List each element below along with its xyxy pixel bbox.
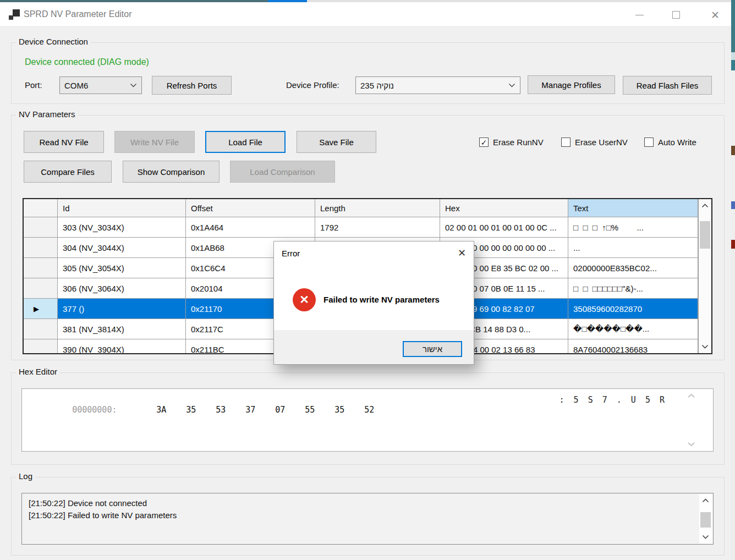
- log-lines: [21:50:22] Device not connected [21:50:2…: [22, 493, 713, 525]
- read-flash-files-button[interactable]: Read Flash Files: [623, 76, 712, 95]
- row-header-cell[interactable]: [24, 217, 58, 238]
- erase-usernv-checkbox[interactable]: Erase UserNV: [561, 138, 628, 147]
- cell-text[interactable]: 350859600282870: [568, 299, 698, 319]
- hex-ascii: : 5 S 7 . U 5 R: [560, 395, 667, 405]
- edge-fragment: [731, 209, 735, 240]
- maximize-button[interactable]: [667, 7, 685, 23]
- cell-text[interactable]: �□����□��...: [568, 319, 698, 339]
- checkbox-box[interactable]: ✓: [479, 138, 489, 147]
- edge-fragment: [731, 70, 735, 146]
- cell-hex[interactable]: 02 00 01 00 01 00 01 00 0C ...: [440, 217, 568, 238]
- cell-text[interactable]: 02000000E835BC02...: [568, 258, 698, 278]
- auto-write-checkbox[interactable]: Auto Write: [644, 138, 696, 147]
- scroll-up-icon[interactable]: [699, 494, 712, 507]
- log-panel: [21:50:22] Device not connected [21:50:2…: [21, 493, 714, 545]
- chevron-down-icon: [130, 83, 137, 87]
- dialog-close-icon[interactable]: ✕: [458, 247, 466, 259]
- table-header-row: Id Offset Length Hex Text: [24, 199, 698, 217]
- hex-editor-label: Hex Editor: [16, 367, 60, 376]
- window-title: SPRD NV Parameter Editor: [24, 9, 132, 19]
- row-header-cell[interactable]: [24, 339, 58, 354]
- column-header-id[interactable]: Id: [58, 199, 186, 217]
- error-icon: ✕: [293, 288, 316, 311]
- manage-profiles-button[interactable]: Manage Profiles: [528, 75, 615, 94]
- table-row[interactable]: 303 (NV_3034X) 0x1A464 1792 02 00 01 00 …: [24, 217, 698, 238]
- edge-fragment: [731, 0, 735, 52]
- erase-runnv-label: Erase RunNV: [493, 138, 544, 147]
- hex-byte: 55: [305, 405, 334, 415]
- close-button[interactable]: ✕: [706, 7, 725, 23]
- cell-id[interactable]: 381 (NV_3814X): [58, 319, 186, 339]
- cell-text[interactable]: ...: [568, 238, 698, 258]
- column-header-hex[interactable]: Hex: [440, 199, 568, 217]
- cell-offset[interactable]: 0x1A464: [186, 217, 315, 238]
- chevron-down-icon: [508, 83, 515, 87]
- log-line: [21:50:22] Failed to write NV parameters: [29, 510, 177, 520]
- erase-usernv-label: Erase UserNV: [575, 138, 628, 147]
- column-header-length[interactable]: Length: [315, 199, 440, 217]
- hex-byte: 35: [334, 405, 364, 415]
- row-header-cell[interactable]: [24, 278, 58, 299]
- row-header-cell[interactable]: [24, 319, 58, 339]
- scroll-down-icon[interactable]: [687, 442, 695, 447]
- scroll-down-icon[interactable]: [699, 530, 712, 543]
- hex-byte: 52: [364, 405, 394, 415]
- write-nv-file-button: Write NV File: [114, 131, 195, 153]
- hex-line: 00000000:3A35533707553552: [42, 395, 394, 425]
- edge-fragment: [731, 146, 735, 155]
- scrollbar-thumb[interactable]: [700, 512, 711, 528]
- port-label: Port:: [25, 80, 42, 90]
- cell-text[interactable]: 8A76040002136683: [568, 339, 698, 354]
- minimize-icon: [635, 15, 644, 15]
- checkbox-box[interactable]: [561, 138, 571, 147]
- refresh-ports-button[interactable]: Refresh Ports: [152, 76, 232, 95]
- device-connection-label: Device Connection: [16, 37, 91, 46]
- cell-text[interactable]: □ □ □ ↑□% ...: [568, 217, 698, 238]
- cell-id[interactable]: 303 (NV_3034X): [58, 217, 186, 238]
- edge-fragment: [731, 155, 735, 201]
- hex-byte: 53: [216, 405, 245, 415]
- row-header-cell[interactable]: [24, 238, 58, 258]
- error-dialog-title: Error: [282, 249, 300, 258]
- scroll-down-icon[interactable]: [699, 340, 711, 353]
- log-line: [21:50:22] Device not connected: [29, 498, 147, 508]
- hex-editor-group: Hex Editor 00000000:3A35533707553552 : 5…: [11, 372, 725, 465]
- current-row-indicator-icon: ▶: [34, 305, 39, 313]
- column-header-offset[interactable]: Offset: [186, 199, 315, 217]
- cell-id[interactable]: 377 (): [58, 299, 186, 319]
- save-file-button[interactable]: Save File: [297, 131, 376, 153]
- scrollbar-thumb[interactable]: [700, 221, 710, 249]
- row-header-corner: [24, 199, 58, 217]
- desktop-edge-strip: [731, 0, 735, 560]
- cell-id[interactable]: 390 (NV_3904X): [58, 339, 186, 354]
- show-comparison-button[interactable]: Show Comparison: [123, 161, 220, 183]
- scroll-up-icon[interactable]: [687, 393, 695, 398]
- error-message: Failed to write NV parameters: [323, 295, 440, 304]
- cell-id[interactable]: 305 (NV_3054X): [58, 258, 186, 278]
- device-profile-combobox[interactable]: נוקיה 235: [355, 76, 520, 94]
- column-header-text[interactable]: Text: [568, 199, 698, 217]
- read-nv-file-button[interactable]: Read NV File: [24, 131, 104, 153]
- hex-editor-panel[interactable]: 00000000:3A35533707553552 : 5 S 7 . U 5 …: [21, 388, 714, 452]
- log-vertical-scrollbar[interactable]: [699, 494, 712, 543]
- titlebar: SPRD NV Parameter Editor ✕: [0, 2, 735, 26]
- port-combobox[interactable]: COM6: [59, 76, 142, 94]
- row-header-cell[interactable]: [24, 258, 58, 278]
- log-label: Log: [16, 471, 35, 481]
- minimize-button[interactable]: [630, 7, 649, 23]
- cell-id[interactable]: 306 (NV_3064X): [58, 278, 186, 299]
- compare-files-button[interactable]: Compare Files: [24, 161, 112, 183]
- table-vertical-scrollbar[interactable]: [698, 199, 711, 353]
- cell-id[interactable]: 304 (NV_3044X): [58, 238, 186, 258]
- checkbox-box[interactable]: [644, 138, 654, 147]
- erase-runnv-checkbox[interactable]: ✓ Erase RunNV: [479, 138, 544, 147]
- edge-fragment: [731, 52, 735, 60]
- maximize-icon: [672, 11, 680, 19]
- error-dialog-footer: אישור: [274, 330, 474, 364]
- row-header-cell-current[interactable]: ▶: [24, 299, 58, 319]
- cell-text[interactable]: □ □ □□□□□□"&)-...: [568, 278, 698, 299]
- cell-length[interactable]: 1792: [315, 217, 440, 238]
- ok-button[interactable]: אישור: [403, 341, 462, 357]
- scroll-up-icon[interactable]: [699, 199, 711, 212]
- load-file-button[interactable]: Load File: [205, 131, 286, 153]
